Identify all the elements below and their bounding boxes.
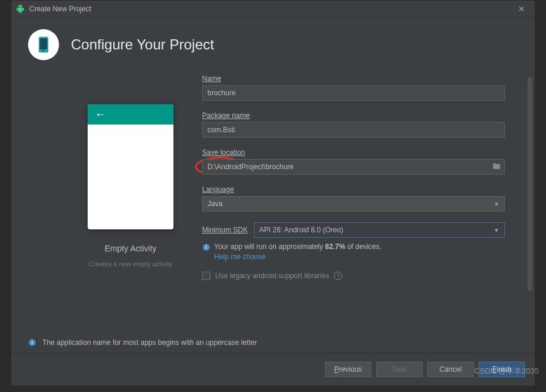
package-label: Package name [202,111,505,120]
language-select[interactable]: Java ▼ [202,196,505,211]
cancel-button[interactable]: Cancel [427,362,474,377]
wizard-window: Create New Project ✕ Configure Your Proj… [11,0,535,386]
save-location-label: Save location [202,148,505,157]
close-icon[interactable]: ✕ [513,3,530,15]
package-field-group: Package name [202,111,505,138]
titlebar-title: Create New Project [29,5,513,13]
phone-topbar: ← [88,104,173,125]
device-coverage-info: i Your app will run on approximately 82.… [202,242,505,251]
titlebar: Create New Project ✕ [11,1,535,17]
finish-button[interactable]: Finish [479,362,525,377]
phone-preview: ← [88,104,173,229]
help-me-choose-link[interactable]: Help me choose [214,253,505,261]
svg-text:i: i [32,340,33,346]
info-icon: i [202,243,210,251]
language-field-group: Language Java ▼ [202,185,505,211]
help-icon[interactable]: ? [334,272,342,280]
template-name: Empty Activity [104,244,156,253]
legacy-label: Use legacy android.support libraries [215,272,329,280]
android-icon [16,5,24,13]
phone-config-icon [34,35,53,54]
folder-icon[interactable] [492,162,501,170]
name-input[interactable] [202,85,505,101]
name-field-group: Name [202,74,505,101]
form-column: Name Package name Save location Language… [190,74,523,328]
language-label: Language [202,185,505,194]
chevron-down-icon: ▼ [494,201,500,207]
svg-rect-1 [40,38,47,49]
page-title: Configure Your Project [71,36,214,53]
hint-text: The application name for most apps begin… [42,338,257,347]
package-input[interactable] [202,122,505,138]
save-location-input[interactable] [202,159,505,175]
hint-bar: i The application name for most apps beg… [18,332,528,353]
legacy-support-row: Use legacy android.support libraries ? [202,272,505,280]
save-location-field-group: Save location [202,148,505,175]
next-button: Next [376,362,423,377]
legacy-checkbox[interactable] [202,272,210,280]
content-area: ← Empty Activity Creates a new empty act… [11,74,535,328]
preview-column: ← Empty Activity Creates a new empty act… [71,74,190,328]
previous-button[interactable]: Previous [325,362,371,377]
min-sdk-field-group: Minimum SDK API 26: Android 8.0 (Oreo) ▼… [202,222,505,261]
chevron-down-icon: ▼ [494,227,500,234]
svg-text:i: i [206,245,207,250]
info-icon: i [28,338,36,347]
min-sdk-select[interactable]: API 26: Android 8.0 (Oreo) ▼ [254,222,505,238]
svg-point-2 [43,50,45,52]
template-description: Creates a new empty activity [89,260,173,267]
header-icon [28,29,59,60]
min-sdk-value: API 26: Android 8.0 (Oreo) [259,226,343,234]
scrollbar[interactable] [528,77,532,291]
language-value: Java [207,200,222,208]
name-label: Name [202,74,505,83]
header: Configure Your Project [11,17,535,74]
button-bar: Previous Next Cancel Finish [11,353,535,385]
min-sdk-label: Minimum SDK [202,226,248,234]
device-coverage-text: Your app will run on approximately 82.7%… [214,242,381,251]
back-arrow-icon: ← [95,108,106,121]
